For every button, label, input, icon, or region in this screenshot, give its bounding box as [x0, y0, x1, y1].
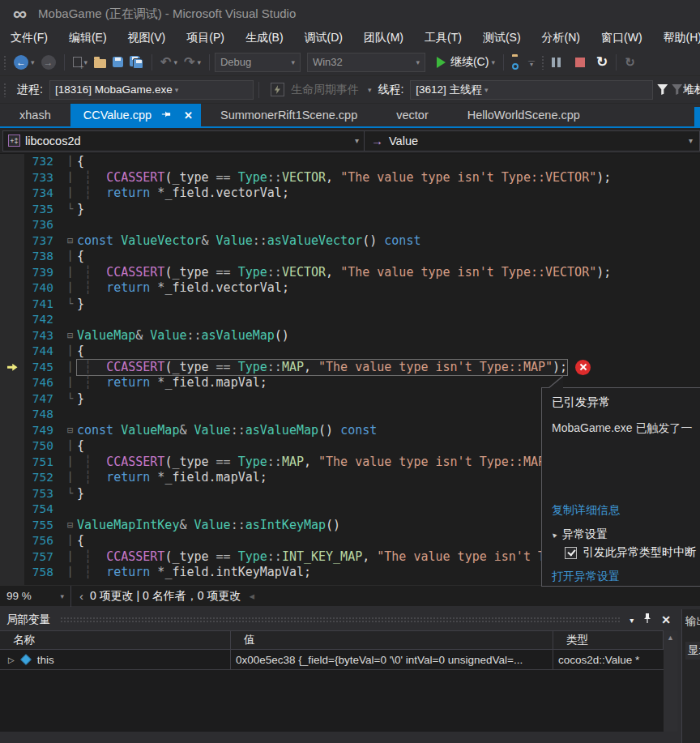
- menu-item[interactable]: 文件(F): [0, 31, 58, 45]
- pin-icon[interactable]: [643, 613, 651, 627]
- indicator-margin[interactable]: [0, 297, 24, 313]
- menu-item[interactable]: 生成(B): [235, 31, 294, 45]
- scroll-up-arrow-icon[interactable]: ▲: [664, 634, 677, 642]
- variable-value-cell[interactable]: 0x00e5ec38 {_field={byteVal=0 '\0' intVa…: [231, 650, 553, 670]
- indicator-margin[interactable]: [0, 486, 24, 502]
- break-on-exception-checkbox[interactable]: 引发此异常类型时中断: [565, 545, 696, 560]
- column-header-类型[interactable]: 类型: [553, 631, 664, 649]
- menu-item[interactable]: 工具(T): [414, 31, 472, 45]
- pin-icon[interactable]: [161, 109, 171, 122]
- code-line-732[interactable]: 732│{: [0, 154, 700, 170]
- indicator-margin[interactable]: [0, 533, 24, 549]
- indicator-margin[interactable]: [0, 328, 24, 344]
- menu-item[interactable]: 团队(M): [353, 31, 414, 45]
- toolbar-grip[interactable]: [3, 55, 7, 70]
- toolbar-overflow-icon[interactable]: —▾: [528, 58, 535, 66]
- indicator-margin[interactable]: [0, 202, 24, 218]
- indicator-margin[interactable]: [0, 233, 24, 250]
- navigate-back-button[interactable]: ←▾: [11, 52, 38, 73]
- solution-config-dropdown[interactable]: Debug▾: [215, 53, 301, 72]
- indicator-margin[interactable]: [0, 438, 24, 455]
- code-line-743[interactable]: 743⊟ValueMap& Value::asValueMap(): [0, 328, 700, 344]
- indicator-margin[interactable]: [0, 186, 24, 202]
- project-scope-dropdown[interactable]: +‡ libcocos2d ▾: [2, 130, 365, 152]
- indicator-margin[interactable]: [0, 391, 24, 408]
- code-line-745[interactable]: 745│ ┆ CCASSERT(_type == Type::MAP, "The…: [0, 360, 700, 376]
- menu-item[interactable]: 分析(N): [531, 31, 591, 45]
- locals-horizontal-scroll-area[interactable]: [0, 732, 677, 743]
- menu-item[interactable]: 调试(D): [294, 31, 353, 45]
- indicator-margin[interactable]: [0, 265, 24, 281]
- member-scope-dropdown[interactable]: → Value ▾: [365, 130, 700, 152]
- window-position-dropdown-icon[interactable]: ▾: [630, 616, 634, 625]
- indicator-margin[interactable]: [0, 170, 24, 186]
- tab-xhash[interactable]: xhash: [0, 104, 70, 126]
- indicator-margin[interactable]: [0, 407, 24, 423]
- indicator-margin[interactable]: [0, 312, 24, 328]
- scroll-left-arrow[interactable]: ‹: [79, 589, 83, 603]
- find-in-solution-button[interactable]: —▾: [509, 52, 538, 73]
- menu-item[interactable]: 视图(V): [117, 31, 177, 45]
- fold-collapse-icon[interactable]: ⊟: [63, 328, 77, 344]
- fold-collapse-icon[interactable]: ⊟: [63, 423, 77, 439]
- zoom-level-dropdown[interactable]: 99 %▾: [0, 586, 71, 607]
- indicator-margin[interactable]: [0, 344, 24, 360]
- tab-HelloWorldScene.cpp[interactable]: HelloWorldScene.cpp: [448, 104, 600, 126]
- lifecycle-events-label[interactable]: 生命周期事件: [291, 83, 359, 97]
- code-line-736[interactable]: 736: [0, 217, 700, 233]
- filter-disabled-icon[interactable]: [672, 84, 682, 95]
- exception-settings-expander[interactable]: ▲ 异常设置: [550, 527, 608, 542]
- code-line-734[interactable]: 734│ ┆ return *_field.vectorVal;: [0, 186, 700, 202]
- stop-debugging-button[interactable]: [572, 52, 588, 73]
- undo-button[interactable]: ↶▾: [157, 52, 181, 73]
- indicator-margin[interactable]: [0, 518, 24, 534]
- restart-button[interactable]: ↻: [593, 52, 611, 73]
- menu-item[interactable]: 测试(S): [472, 31, 531, 45]
- menu-item[interactable]: 窗口(W): [591, 31, 653, 45]
- indicator-margin[interactable]: [0, 423, 24, 439]
- save-button[interactable]: [109, 52, 126, 73]
- navigate-forward-button[interactable]: →: [38, 52, 59, 73]
- show-next-statement-button[interactable]: ↻: [621, 52, 638, 73]
- thread-dropdown[interactable]: [3612] 主线程▾: [410, 80, 653, 100]
- break-all-button[interactable]: [548, 52, 564, 73]
- close-icon[interactable]: ✕: [661, 613, 671, 626]
- code-line-735[interactable]: 735└}: [0, 202, 700, 218]
- indicator-margin[interactable]: [0, 154, 24, 170]
- indicator-margin[interactable]: [0, 280, 24, 297]
- code-line-744[interactable]: 744│{: [0, 344, 700, 360]
- expand-arrow-icon[interactable]: ▷: [8, 655, 15, 664]
- exception-thrown-icon[interactable]: [575, 360, 591, 375]
- indicator-margin[interactable]: [0, 249, 24, 265]
- tab-SummonerRift1Scene.cpp[interactable]: SummonerRift1Scene.cpp: [201, 104, 377, 126]
- menu-item[interactable]: 项目(P): [176, 31, 235, 45]
- redo-button[interactable]: ↷▾: [181, 52, 204, 73]
- column-header-名称[interactable]: 名称: [0, 631, 231, 649]
- copy-details-link[interactable]: 复制详细信息: [552, 503, 620, 518]
- continue-button[interactable]: 继续(C)▾: [433, 52, 498, 73]
- toolbar-grip[interactable]: [541, 55, 545, 70]
- output-panel-clipped[interactable]: 输出 显示输出来源: [681, 609, 700, 743]
- pan-left-icon[interactable]: ◂: [249, 590, 254, 602]
- code-line-733[interactable]: 733│ ┆ CCASSERT(_type == Type::VECTOR, "…: [0, 170, 700, 186]
- code-line-737[interactable]: 737⊟const ValueVector& Value::asValueVec…: [0, 233, 700, 250]
- current-statement-arrow-icon[interactable]: [0, 360, 24, 376]
- close-icon[interactable]: ✕: [184, 109, 193, 122]
- menu-item[interactable]: 编辑(E): [58, 31, 117, 45]
- indicator-margin[interactable]: [0, 455, 24, 471]
- process-dropdown[interactable]: [18316] MobaGame.exe▾: [49, 80, 254, 100]
- code-line-740[interactable]: 740│ ┆ return *_field.vectorVal;: [0, 280, 700, 297]
- indicator-margin[interactable]: [0, 502, 24, 518]
- tab-CCValue.cpp[interactable]: CCValue.cpp✕: [70, 104, 201, 126]
- indicator-margin[interactable]: [0, 217, 24, 233]
- filter-icon[interactable]: [657, 84, 668, 95]
- fold-collapse-icon[interactable]: ⊟: [63, 233, 77, 250]
- column-header-值[interactable]: 值: [231, 631, 553, 649]
- code-line-742[interactable]: 742: [0, 312, 700, 328]
- locals-row-this[interactable]: ▷this0x00e5ec38 {_field={byteVal=0 '\0' …: [0, 650, 664, 670]
- indicator-margin[interactable]: [0, 549, 24, 566]
- locals-scrollbar[interactable]: ▲: [664, 630, 677, 732]
- menu-item[interactable]: 帮助(H): [653, 31, 700, 45]
- code-line-739[interactable]: 739│ ┆ CCASSERT(_type == Type::VECTOR, "…: [0, 265, 700, 281]
- locals-panel-titlebar[interactable]: 局部变量 ▾ ✕: [0, 609, 677, 630]
